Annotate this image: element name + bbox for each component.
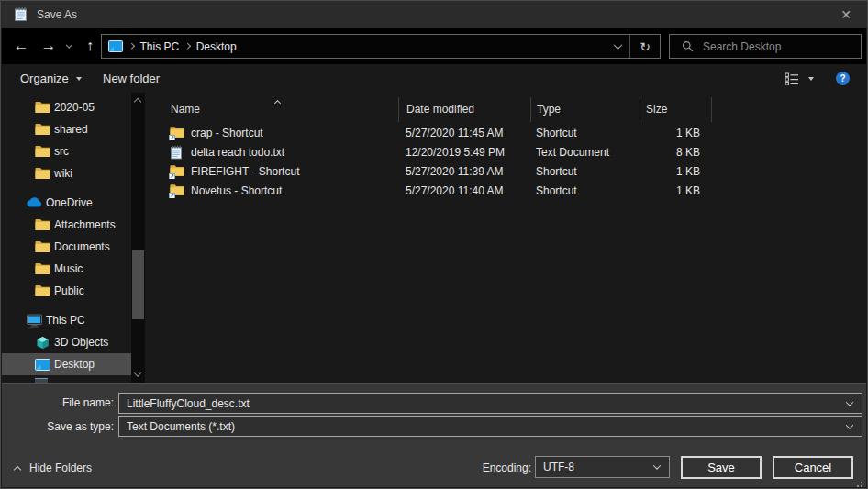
folder-shortcut-icon (170, 126, 184, 140)
column-header-name[interactable]: Name (149, 97, 398, 122)
sidebar-item-label: src (54, 145, 69, 158)
sidebar-item-label: Attachments (54, 218, 116, 231)
column-header-extra[interactable] (711, 97, 866, 122)
main-area: 2020-05 shared src wiki OneDrive Attachm… (2, 93, 866, 383)
sidebar-item-3d-objects[interactable]: 3D Objects (2, 331, 131, 353)
save-as-type-value: Text Documents (*.txt) (127, 420, 235, 433)
file-row[interactable]: crap - Shortcut 5/27/2020 11:45 AM Short… (149, 123, 866, 142)
chevron-down-icon (66, 41, 72, 47)
file-size: 1 KB (640, 165, 711, 178)
sidebar-item-label: wiki (54, 167, 72, 180)
encoding-select[interactable]: UTF-8 (535, 456, 670, 478)
sidebar-scrollbar[interactable] (131, 93, 145, 383)
file-date: 5/27/2020 11:45 AM (398, 127, 530, 139)
chevron-down-icon[interactable] (846, 421, 853, 428)
file-name: delta reach todo.txt (191, 146, 284, 159)
sort-ascending-icon (275, 95, 280, 108)
folder-icon (34, 239, 50, 255)
encoding-label: Encoding: (424, 461, 531, 474)
encoding-value: UTF-8 (543, 461, 574, 473)
file-name: Novetus - Shortcut (191, 184, 282, 197)
chevron-down-icon[interactable] (846, 398, 853, 406)
scrollbar-thumb[interactable] (132, 250, 144, 319)
back-arrow-icon: ← (14, 37, 29, 55)
details-view-icon[interactable] (785, 72, 799, 85)
organize-button[interactable]: Organize (20, 64, 82, 93)
forward-button[interactable]: → (37, 28, 61, 64)
close-button[interactable]: ✕ (825, 1, 867, 28)
save-button[interactable]: Save (681, 456, 762, 479)
sidebar-item-label: This PC (46, 314, 85, 327)
file-type: Shortcut (530, 165, 640, 178)
command-toolbar: Organize New folder ? (2, 64, 866, 93)
folder-shortcut-icon (170, 183, 184, 198)
sidebar-item-label: Documents (54, 240, 110, 253)
search-box[interactable]: Search Desktop (669, 34, 862, 59)
sidebar-item-partial[interactable] (2, 375, 131, 383)
folder-tree: 2020-05 shared src wiki OneDrive Attachm… (2, 93, 149, 383)
scroll-up-icon[interactable] (134, 98, 141, 106)
file-type: Shortcut (530, 127, 640, 139)
up-arrow-icon: ↑ (86, 38, 94, 54)
title-bar: Save As ✕ (1, 1, 867, 28)
save-as-type-label: Save as type: (2, 420, 114, 433)
column-header-type[interactable]: Type (530, 97, 640, 122)
desktop-icon (34, 357, 50, 372)
column-header-date-modified[interactable]: Date modified (398, 97, 530, 122)
breadcrumb-desktop[interactable]: Desktop (194, 40, 239, 53)
onedrive-cloud-icon (26, 195, 42, 211)
file-name-input[interactable]: LittleFluffyCloud_desc.txt (118, 393, 862, 414)
toolbar-right-group: ? (785, 64, 866, 93)
back-button[interactable]: ← (9, 28, 33, 64)
file-row[interactable]: Novetus - Shortcut 5/27/2020 11:40 AM Sh… (149, 181, 866, 200)
scroll-down-icon[interactable] (134, 369, 141, 376)
recent-locations-button[interactable] (61, 28, 77, 64)
new-folder-button[interactable]: New folder (103, 64, 160, 93)
file-row[interactable]: FIREFIGHT - Shortcut 5/27/2020 11:39 AM … (149, 161, 866, 181)
bottom-panel: File name: LittleFluffyCloud_desc.txt Sa… (2, 383, 866, 487)
sidebar-item-music[interactable]: Music (2, 258, 131, 280)
file-name: FIREFIGHT - Shortcut (191, 165, 299, 178)
sidebar-item-public[interactable]: Public (2, 280, 131, 302)
refresh-button[interactable]: ↻ (630, 39, 660, 54)
sidebar-item-label: Public (54, 284, 84, 297)
sidebar-item-this-pc[interactable]: This PC (2, 309, 131, 331)
sidebar-item-onedrive[interactable]: OneDrive (2, 192, 131, 214)
cube-3d-icon (34, 335, 50, 350)
dropdown-triangle-icon (808, 77, 814, 81)
breadcrumb-this-pc[interactable]: This PC (138, 40, 183, 53)
folder-shortcut-icon (170, 164, 184, 179)
file-date: 5/27/2020 11:39 AM (398, 165, 530, 178)
sidebar-item-attachments[interactable]: Attachments (2, 214, 131, 236)
cancel-button[interactable]: Cancel (773, 456, 853, 479)
sidebar-item-2020-05[interactable]: 2020-05 (2, 96, 131, 118)
breadcrumb-chevron-icon (184, 43, 190, 49)
hide-folders-button[interactable]: Hide Folders (15, 461, 92, 474)
sidebar-item-label: 3D Objects (54, 336, 108, 349)
address-bar[interactable]: This PC Desktop ↻ (101, 34, 661, 59)
folder-icon (34, 166, 50, 182)
sidebar-item-label: Music (54, 262, 83, 275)
search-input[interactable]: Search Desktop (703, 40, 781, 53)
sidebar-item-documents[interactable]: Documents (2, 236, 131, 258)
column-header-size[interactable]: Size (640, 97, 711, 122)
file-row[interactable]: delta reach todo.txt 12/20/2019 5:49 PM … (149, 142, 866, 161)
new-folder-label: New folder (103, 72, 160, 85)
view-options-chevron[interactable] (808, 77, 814, 81)
forward-arrow-icon: → (41, 37, 57, 55)
address-history-button[interactable] (606, 43, 629, 50)
save-as-type-select[interactable]: Text Documents (*.txt) (118, 416, 862, 437)
resize-grip-icon[interactable] (861, 482, 862, 483)
up-button[interactable]: ↑ (79, 28, 101, 64)
sidebar-item-src[interactable]: src (2, 140, 131, 162)
sidebar-item-shared[interactable]: shared (2, 118, 131, 140)
sidebar-item-wiki[interactable]: wiki (2, 162, 131, 184)
folder-icon (34, 122, 50, 138)
file-date: 5/27/2020 11:40 AM (398, 184, 530, 197)
help-icon[interactable]: ? (836, 72, 850, 85)
sidebar-item-label: shared (54, 123, 88, 136)
breadcrumb-chevron-icon (128, 43, 134, 49)
sidebar-item-desktop[interactable]: Desktop (2, 353, 131, 375)
folder-icon (34, 144, 50, 160)
file-size: 1 KB (640, 184, 711, 197)
